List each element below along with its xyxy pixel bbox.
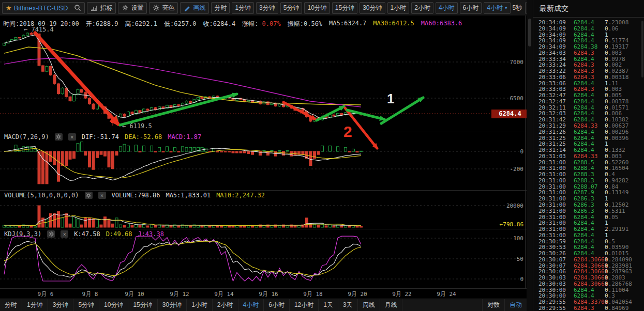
- macd-value: DEA:-52.68: [125, 133, 162, 141]
- bottom-timeframe-15分钟[interactable]: 15分钟: [128, 299, 157, 311]
- bottom-timeframe-10分钟[interactable]: 10分钟: [99, 299, 128, 311]
- trade-row: 20:31:006288.40.16504: [533, 165, 644, 171]
- trade-amount-int: 0: [605, 305, 608, 311]
- chart-canvas[interactable]: [0, 0, 527, 311]
- info-item: 涨幅:-0.07%: [242, 20, 281, 28]
- bottom-timeframe-5分钟[interactable]: 5分钟: [73, 299, 99, 311]
- volume-settings-icon[interactable]: [85, 192, 93, 199]
- scale-toggle-对数[interactable]: 对数: [482, 299, 504, 311]
- kdj-settings-icon[interactable]: [47, 230, 55, 238]
- volume-value: MA10:2,247.32: [216, 192, 265, 199]
- bottom-timeframe-分时[interactable]: 分时: [0, 299, 22, 311]
- macd-value: MACD:1.87: [168, 133, 201, 141]
- trade-row: 20:34:096284.40.06: [533, 25, 644, 32]
- toolbar-button-pencil[interactable]: 画线: [180, 2, 209, 14]
- info-item: 开:6288.9: [86, 20, 118, 28]
- timeframe-6小时[interactable]: 6小时: [460, 2, 482, 14]
- info-item: MA60:6383.6: [421, 20, 462, 28]
- current-volume-label: ←798.86: [487, 221, 523, 228]
- toolbar-button-gear[interactable]: 设置: [118, 2, 147, 14]
- info-item: 高:6292.1: [125, 20, 157, 28]
- timeframe-分时[interactable]: 分时: [211, 2, 230, 14]
- bottom-timeframe-周线[interactable]: 周线: [358, 299, 380, 311]
- volume-value: MA5:1,833.01: [166, 192, 211, 199]
- trades-list[interactable]: 20:34:096284.47.2300820:34:096284.40.062…: [533, 19, 644, 311]
- info-item-value: -0.07%: [258, 20, 280, 27]
- timeframe-30分钟[interactable]: 30分钟: [360, 2, 385, 14]
- trade-row: 20:34:096284.41: [533, 32, 644, 38]
- trade-row: 20:30:076284.306610.284090: [533, 256, 644, 262]
- trading-terminal: ★Bitfinex-BTC-USD指标设置亮色画线分时1分钟3分钟5分钟10分钟…: [0, 0, 644, 311]
- bottom-timeframe-2小时[interactable]: 2小时: [213, 299, 238, 311]
- bottom-timeframe-12小时[interactable]: 12小时: [290, 299, 319, 311]
- trade-row: 20:31:256284.40.00396: [533, 135, 644, 141]
- trade-row: 20:31:036284.330.003: [533, 153, 644, 159]
- bottom-timeframe-6小时[interactable]: 6小时: [264, 299, 290, 311]
- volume-header: VOLUME(5,10,0,0,0,0)×VOLUME:798.86MA5:1,…: [4, 192, 265, 199]
- volume-close-icon[interactable]: ×: [98, 192, 106, 199]
- timeframe-2小时[interactable]: 2小时: [411, 2, 433, 14]
- trade-row: 20:30:006284.40.3: [533, 292, 644, 299]
- trade-row: 20:31:006284.41: [533, 232, 644, 238]
- kdj-close-icon[interactable]: ×: [61, 230, 68, 238]
- trade-amount-frac: .84969: [608, 305, 629, 311]
- toolbar-button-label: 指标: [100, 4, 112, 12]
- macd-settings-icon[interactable]: [55, 133, 63, 141]
- toolbar-button-chart[interactable]: 指标: [87, 2, 116, 14]
- bottom-timeframe-3天[interactable]: 3天: [338, 299, 358, 311]
- timeframe-10分钟[interactable]: 10分钟: [304, 2, 330, 14]
- search-icon[interactable]: [74, 4, 81, 11]
- info-item: 低:6257.0: [164, 20, 197, 28]
- scrollbar-thumb[interactable]: [528, 19, 531, 46]
- y-axis-label: 6500: [487, 95, 523, 102]
- trade-row: 20:33:066284.41.11: [533, 80, 644, 86]
- trade-row: 20:31:426284.40.10382: [533, 116, 644, 122]
- trade-row: 20:30:076284.306610.283981: [533, 262, 644, 269]
- date-label: 9月 8: [82, 290, 98, 298]
- date-label: 9月 10: [125, 290, 144, 298]
- favorite-star-icon[interactable]: ★: [6, 4, 12, 12]
- trade-row: 20:32:116284.40.01571: [533, 104, 644, 111]
- trade-row: 20:34:096284.47.23008: [533, 19, 644, 25]
- symbol-selector[interactable]: ★Bitfinex-BTC-USD: [2, 2, 85, 14]
- timeframe-15分钟[interactable]: 15分钟: [332, 2, 357, 14]
- sun-icon: [153, 4, 160, 11]
- bottom-timeframe-3分钟[interactable]: 3分钟: [48, 299, 74, 311]
- bottom-timeframe-1分钟[interactable]: 1分钟: [22, 299, 48, 311]
- trades-scrollbar-thumb[interactable]: [641, 21, 643, 77]
- bottom-timeframe-月线[interactable]: 月线: [380, 299, 402, 311]
- date-label: 9月 14: [214, 290, 234, 298]
- bottom-timeframe-30分钟[interactable]: 30分钟: [158, 299, 187, 311]
- info-item: MA5:6324.7: [329, 20, 366, 28]
- trade-row: 20:31:006288.50.52260: [533, 159, 644, 165]
- toolbar-button-sun[interactable]: 亮色: [149, 2, 178, 14]
- chart-scrollbar[interactable]: [527, 0, 533, 311]
- timeframe-dropdown[interactable]: 4小时▾: [484, 2, 510, 14]
- timeframe-4小时[interactable]: 4小时: [436, 2, 458, 14]
- toolbar-button-label: 画线: [193, 4, 205, 12]
- timeframe-5分钟[interactable]: 5分钟: [280, 2, 303, 14]
- macd-close-icon[interactable]: ×: [68, 133, 76, 141]
- trade-row: 20:29:556284.337010.042054: [533, 299, 644, 305]
- y-axis-label: 0: [487, 148, 523, 155]
- bottom-timeframe-4小时[interactable]: 4小时: [238, 299, 264, 311]
- chart-icon: [91, 4, 98, 11]
- trade-row: 20:31:006284.40.05: [533, 214, 644, 220]
- bottom-timeframe-1天[interactable]: 1天: [319, 299, 338, 311]
- scale-toggle-group: 对数自动: [482, 299, 533, 311]
- bottom-timeframe-1小时[interactable]: 1小时: [187, 299, 213, 311]
- trade-row: 20:31:296284.330.00637: [533, 122, 644, 129]
- trade-row: 20:33:036284.30.003: [533, 86, 644, 92]
- toolbar-button-label: 亮色: [162, 4, 174, 12]
- scale-toggle-自动[interactable]: 自动: [504, 299, 527, 311]
- timeframe-1小时[interactable]: 1小时: [387, 2, 410, 14]
- timeframe-3分钟[interactable]: 3分钟: [256, 2, 278, 14]
- timeframe-1分钟[interactable]: 1分钟: [232, 2, 254, 14]
- date-label: 9月 18: [303, 290, 323, 298]
- trade-row: 20:32:036284.40.006: [533, 110, 644, 116]
- macd-name: MACD(7,26,9): [4, 133, 49, 141]
- trade-row: 20:32:476284.40.00378: [533, 98, 644, 104]
- top-toolbar: ★Bitfinex-BTC-USD指标设置亮色画线分时1分钟3分钟5分钟10分钟…: [0, 0, 527, 15]
- info-item: 收:6284.4: [203, 20, 236, 28]
- trade-row: 20:30:036284.306610.2803: [533, 274, 644, 281]
